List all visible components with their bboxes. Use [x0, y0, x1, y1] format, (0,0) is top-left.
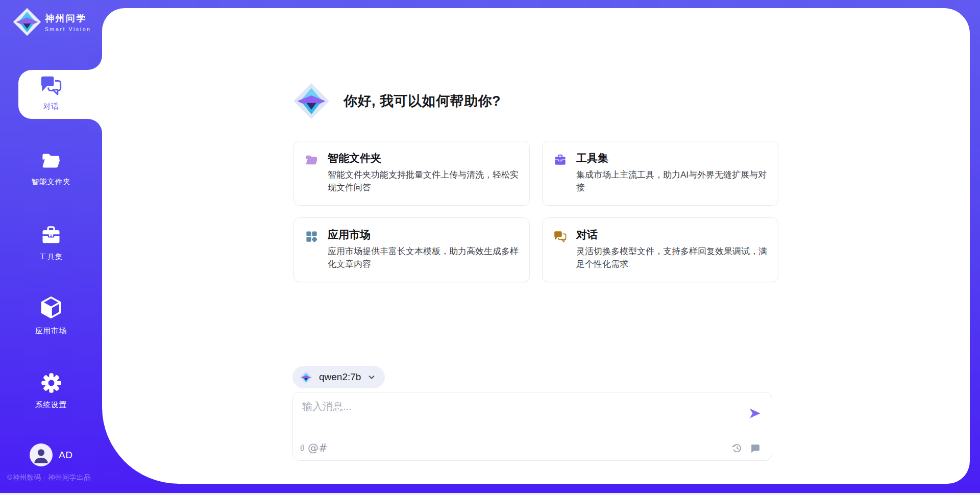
- mention-icon[interactable]: @: [308, 441, 318, 455]
- diamond-logo-icon: [292, 81, 330, 121]
- tab-fillet-bottom: [88, 119, 102, 133]
- message-composer: @ #: [292, 392, 772, 461]
- card-app-market[interactable]: 应用市场 应用市场提供丰富长文本模板，助力高效生成多样化文章内容: [293, 217, 530, 282]
- diamond-logo-icon: [12, 7, 42, 37]
- main-content-panel: 你好, 我可以如何帮助你? 智能文件夹 智能文件夹功能支持批量文件上传与清洗，轻…: [102, 8, 970, 484]
- card-description: 智能文件夹功能支持批量文件上传与清洗，轻松实现文件问答: [328, 168, 524, 194]
- horizontal-scrollbar[interactable]: [0, 493, 980, 495]
- app-grid-icon: [305, 230, 318, 243]
- brand-name: 神州问学: [45, 12, 91, 24]
- user-avatar: [30, 443, 53, 466]
- chevron-down-icon: [368, 373, 376, 381]
- toolbox-icon: [40, 224, 62, 249]
- card-title: 对话: [576, 228, 598, 242]
- history-icon[interactable]: [731, 441, 743, 455]
- model-name: qwen2:7b: [319, 372, 361, 383]
- card-toolbox[interactable]: 工具集 集成市场上主流工具，助力AI与外界无缝扩展与对接: [542, 141, 778, 206]
- gear-icon: [40, 372, 63, 397]
- diamond-logo-icon: [299, 370, 313, 384]
- card-smart-folder[interactable]: 智能文件夹 智能文件夹功能支持批量文件上传与清洗，轻松实现文件问答: [293, 141, 530, 206]
- sidebar-item-label: 应用市场: [35, 326, 67, 336]
- composer-divider: [299, 434, 766, 434]
- greeting: 你好, 我可以如何帮助你?: [292, 81, 501, 121]
- card-title: 工具集: [576, 151, 608, 165]
- feature-cards: 智能文件夹 智能文件夹功能支持批量文件上传与清洗，轻松实现文件问答 工具集 集成…: [293, 141, 778, 282]
- sidebar-item-label: 对话: [43, 102, 59, 111]
- sidebar-item-app-market[interactable]: 应用市场: [0, 295, 102, 336]
- sidebar-item-label: 系统设置: [35, 400, 67, 410]
- user-name: AD: [59, 450, 72, 461]
- brand: 神州问学 Smart Vision: [12, 7, 91, 37]
- model-selector[interactable]: qwen2:7b: [292, 366, 385, 388]
- sidebar-item-settings[interactable]: 系统设置: [0, 372, 102, 410]
- sidebar: 神州问学 Smart Vision 对话 智能文件夹: [0, 0, 102, 495]
- copyright-footer: ©神州数码 · 神州问学出品: [7, 473, 91, 482]
- sidebar-item-chat[interactable]: 对话: [0, 75, 102, 111]
- sidebar-item-toolbox[interactable]: 工具集: [0, 224, 102, 262]
- toolbox-icon: [553, 153, 567, 167]
- tab-fillet-top: [88, 56, 102, 70]
- card-description: 应用市场提供丰富长文本模板，助力高效生成多样化文章内容: [328, 245, 524, 270]
- user-profile[interactable]: AD: [30, 443, 72, 466]
- send-icon[interactable]: [748, 407, 762, 420]
- sidebar-item-label: 智能文件夹: [31, 177, 71, 187]
- folder-icon: [40, 150, 62, 174]
- card-chat[interactable]: 对话 灵活切换多模型文件，支持多样回复效果调试，满足个性化需求: [542, 217, 778, 282]
- brand-subtitle: Smart Vision: [45, 26, 91, 32]
- card-description: 集成市场上主流工具，助力AI与外界无缝扩展与对接: [576, 168, 772, 194]
- cube-icon: [38, 295, 64, 323]
- message-input[interactable]: [301, 400, 722, 413]
- sidebar-item-label: 工具集: [39, 252, 63, 262]
- comment-icon[interactable]: [749, 441, 761, 455]
- folder-open-icon: [305, 153, 318, 167]
- card-title: 智能文件夹: [328, 151, 381, 165]
- chat-bubbles-icon: [553, 230, 567, 243]
- sidebar-item-smart-folder[interactable]: 智能文件夹: [0, 150, 102, 187]
- greeting-title: 你好, 我可以如何帮助你?: [344, 92, 501, 110]
- chat-bubbles-icon: [39, 75, 63, 98]
- card-title: 应用市场: [328, 228, 371, 242]
- card-description: 灵活切换多模型文件，支持多样回复效果调试，满足个性化需求: [576, 245, 772, 270]
- hashtag-icon[interactable]: #: [318, 441, 328, 455]
- attachment-icon[interactable]: [298, 441, 306, 455]
